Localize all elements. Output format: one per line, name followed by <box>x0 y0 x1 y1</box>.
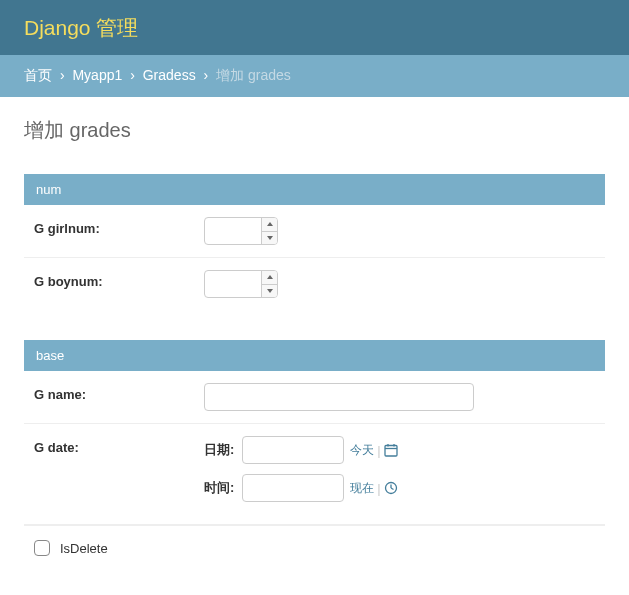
spinner-up-button[interactable] <box>262 271 277 285</box>
date-sub-label: 日期: <box>204 441 234 459</box>
girlnum-stepper <box>204 217 278 245</box>
time-input[interactable] <box>242 474 344 502</box>
svg-line-6 <box>391 488 394 490</box>
label-girlnum: G girlnum: <box>34 217 204 236</box>
fieldset-num: num G girlnum: G boynum: <box>24 174 605 310</box>
label-name: G name: <box>34 383 204 402</box>
today-shortcut[interactable]: 今天 <box>350 442 374 459</box>
now-shortcut[interactable]: 现在 <box>350 480 374 497</box>
breadcrumb-sep: › <box>130 67 135 83</box>
clock-icon[interactable] <box>384 481 398 495</box>
time-subrow: 时间: 现在 | <box>204 474 595 502</box>
spinner <box>261 218 277 244</box>
fieldset-legend-base: base <box>24 340 605 371</box>
label-date: G date: <box>34 436 204 455</box>
site-title[interactable]: Django 管理 <box>24 14 138 42</box>
spinner-down-button[interactable] <box>262 285 277 298</box>
label-boynum: G boynum: <box>34 270 204 289</box>
svg-rect-0 <box>385 446 397 457</box>
spinner-down-button[interactable] <box>262 232 277 245</box>
chevron-down-icon <box>266 235 274 241</box>
row-name: G name: <box>24 371 605 424</box>
isdelete-checkbox[interactable] <box>34 540 50 556</box>
isdelete-label[interactable]: IsDelete <box>60 541 108 556</box>
row-girlnum: G girlnum: <box>24 205 605 258</box>
fieldset-legend-num: num <box>24 174 605 205</box>
row-date: G date: 日期: 今天 | 时间: 现在 | <box>24 424 605 525</box>
boynum-stepper <box>204 270 278 298</box>
row-isdelete: IsDelete <box>24 525 605 570</box>
breadcrumb-app[interactable]: Myapp1 <box>72 67 122 83</box>
calendar-icon[interactable] <box>384 443 398 457</box>
breadcrumb-current: 增加 grades <box>216 67 291 83</box>
spinner <box>261 271 277 297</box>
chevron-up-icon <box>266 274 274 280</box>
admin-header: Django 管理 <box>0 0 629 55</box>
date-subrow: 日期: 今天 | <box>204 436 595 464</box>
breadcrumb-sep: › <box>60 67 65 83</box>
breadcrumb: 首页 › Myapp1 › Gradess › 增加 grades <box>0 55 629 97</box>
content: 增加 grades num G girlnum: G boynum: <box>0 97 629 595</box>
date-input[interactable] <box>242 436 344 464</box>
breadcrumb-model[interactable]: Gradess <box>143 67 196 83</box>
breadcrumb-home[interactable]: 首页 <box>24 67 52 83</box>
spinner-up-button[interactable] <box>262 218 277 232</box>
page-title: 增加 grades <box>24 117 605 144</box>
breadcrumb-sep: › <box>204 67 209 83</box>
shortcut-sep: | <box>377 481 380 496</box>
row-boynum: G boynum: <box>24 258 605 310</box>
name-input[interactable] <box>204 383 474 411</box>
shortcut-sep: | <box>377 443 380 458</box>
time-sub-label: 时间: <box>204 479 234 497</box>
chevron-down-icon <box>266 288 274 294</box>
chevron-up-icon <box>266 221 274 227</box>
fieldset-base: base G name: G date: 日期: 今天 | <box>24 340 605 570</box>
